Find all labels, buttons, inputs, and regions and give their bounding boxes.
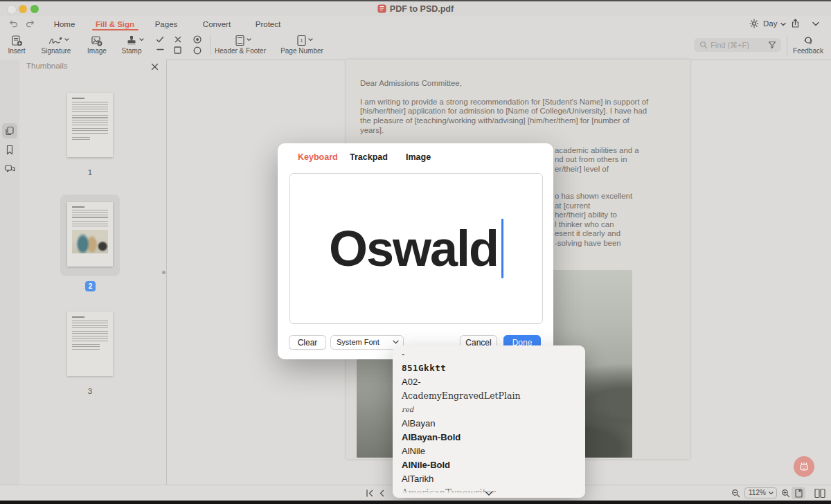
first-page-icon[interactable] — [366, 489, 374, 497]
document-text-fragment: nd out from others in — [555, 155, 627, 165]
image-button[interactable]: Image — [82, 47, 112, 55]
square-tool-icon[interactable] — [174, 46, 181, 54]
search-icon — [699, 41, 708, 49]
tab-convert[interactable]: Convert — [196, 18, 238, 30]
toolbar: Insert Signature Image Stamp — [0, 31, 831, 60]
font-menu-item[interactable]: red — [393, 403, 585, 417]
comments-panel-icon[interactable] — [4, 164, 15, 174]
dash-tool-icon[interactable] — [157, 48, 164, 51]
dialog-tab-trackpad[interactable]: Trackpad — [350, 152, 388, 162]
stamp-button[interactable]: Stamp — [116, 47, 147, 55]
thumbnail-text-lines — [72, 206, 84, 208]
active-tab-underline — [92, 29, 138, 31]
font-menu-item[interactable]: A02- — [393, 375, 585, 389]
document-text-fragment: academic abilities and a — [555, 146, 639, 156]
tab-home[interactable]: Home — [44, 18, 85, 30]
radio-dot-tool-icon[interactable] — [193, 35, 202, 44]
previous-page-icon[interactable] — [379, 489, 384, 497]
tab-label: Pages — [155, 20, 178, 28]
chevron-down-icon — [393, 340, 399, 344]
day-label: Day — [763, 19, 777, 28]
toolbar-separator — [787, 35, 787, 55]
clear-button[interactable]: Clear — [289, 335, 326, 350]
day-mode-selector[interactable]: Day — [763, 19, 777, 28]
thumbnail-page-3[interactable] — [67, 312, 113, 376]
image-icon[interactable] — [91, 35, 102, 46]
thumbnail-page-1[interactable] — [67, 93, 113, 157]
thumbnail-text-lines — [72, 137, 90, 142]
document-text-line: the pleasure of [teaching/working with/a… — [360, 116, 629, 126]
window-title-wrap: PDF to PSD.pdf — [0, 4, 831, 14]
page-number-button[interactable]: Page Number — [274, 47, 330, 55]
signature-text: Oswald — [329, 220, 498, 277]
signature-input-area[interactable]: Oswald — [289, 173, 543, 324]
tab-protect[interactable]: Protect — [247, 18, 289, 30]
document-text-line: years]. — [360, 126, 384, 136]
header-footer-button[interactable]: Header & Footer — [210, 47, 271, 55]
document-text-line: Dear Admissions Committee, — [360, 79, 462, 89]
thumbnails-panel-icon[interactable] — [5, 126, 15, 136]
font-select-value: System Font — [337, 338, 379, 346]
feedback-button[interactable]: Feedback — [789, 47, 827, 55]
scroll-down-chevron-icon[interactable] — [485, 491, 493, 496]
signature-icon[interactable] — [48, 35, 64, 46]
single-page-view-button[interactable] — [792, 487, 805, 499]
signature-button[interactable]: Signature — [39, 47, 73, 55]
thumbnail-text-lines — [72, 321, 108, 329]
thumbnail-text-lines — [72, 331, 108, 342]
close-panel-icon[interactable] — [151, 63, 159, 71]
thumbnail-page-2[interactable] — [67, 202, 113, 267]
font-menu-item[interactable]: - — [393, 348, 585, 361]
thumbnail-text-lines — [72, 344, 100, 350]
zoom-in-icon[interactable] — [781, 489, 790, 498]
font-menu-item[interactable]: AlNile-Bold — [393, 458, 585, 472]
bookmarks-panel-icon[interactable] — [5, 145, 15, 155]
tab-label: Fill & Sign — [96, 20, 134, 28]
document-text-fragment: her/their] ability to — [555, 210, 617, 220]
thumbnail-text-lines — [72, 115, 108, 126]
filter-icon[interactable] — [768, 41, 776, 49]
screen-bottom-edge — [0, 501, 831, 504]
font-menu-item[interactable]: AlBayan — [393, 417, 585, 431]
two-page-view-button[interactable] — [814, 488, 825, 498]
left-icon-strip — [0, 60, 20, 485]
stamp-chevron-icon — [139, 38, 144, 42]
cross-tool-icon[interactable] — [175, 36, 181, 43]
insert-field-icon[interactable] — [11, 35, 23, 46]
ai-assistant-button[interactable] — [794, 456, 814, 477]
find-box — [694, 38, 781, 52]
day-mode-icon[interactable] — [749, 19, 759, 28]
thumbnail-text-lines — [72, 102, 108, 113]
panel-resize-handle[interactable] — [162, 271, 166, 274]
font-menu-item[interactable]: AlTarikh — [393, 472, 585, 486]
header-footer-icon[interactable] — [235, 35, 245, 46]
scroll-more-area — [393, 487, 585, 498]
redo-icon[interactable] — [25, 19, 35, 29]
zoom-level-selector[interactable]: 112% — [744, 487, 777, 498]
tab-pages[interactable]: Pages — [145, 18, 187, 30]
signature-label: Signature — [42, 47, 71, 55]
tab-label: Convert — [203, 20, 231, 28]
thumbnail-page-3-label: 3 — [69, 387, 111, 395]
dialog-tab-image[interactable]: Image — [406, 152, 431, 162]
feedback-icon[interactable] — [803, 35, 814, 46]
circle-tool-icon[interactable] — [193, 46, 202, 55]
zoom-out-icon[interactable] — [731, 489, 740, 498]
chevron-down-icon — [769, 492, 774, 495]
font-menu-item[interactable]: AcademyEngravedLetPlain — [393, 389, 585, 403]
font-menu-item[interactable]: AlBayan-Bold — [393, 431, 585, 444]
checkmark-tool-icon[interactable] — [156, 36, 164, 43]
font-menu-item[interactable]: 851Gkktt — [393, 361, 585, 375]
share-icon[interactable] — [790, 18, 801, 29]
collapse-toolbar-chevron-icon[interactable] — [812, 21, 819, 26]
undo-icon[interactable] — [8, 19, 19, 29]
font-menu-item[interactable]: AlNile — [393, 444, 585, 458]
insert-button[interactable]: Insert — [3, 47, 30, 55]
day-chevron-icon — [780, 22, 786, 26]
font-select[interactable]: System Font — [330, 335, 404, 350]
robot-icon — [798, 460, 810, 473]
signature-chevron-icon — [64, 38, 69, 42]
dialog-tab-keyboard[interactable]: Keyboard — [298, 152, 338, 162]
page-number-icon[interactable]: 1 — [296, 35, 307, 46]
stamp-icon[interactable] — [126, 35, 137, 46]
